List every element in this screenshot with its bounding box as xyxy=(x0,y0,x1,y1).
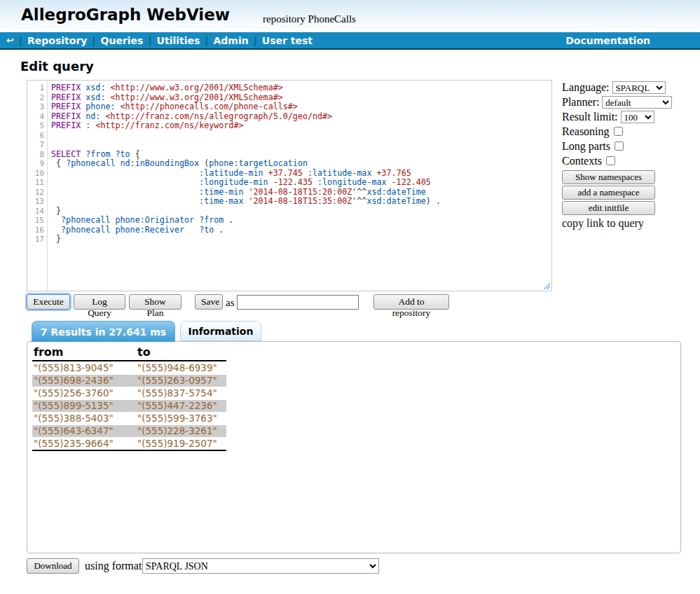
contexts-label: Contexts xyxy=(562,155,602,167)
table-row: "(555)813-9045""(555)948-6939" xyxy=(32,362,226,374)
editor-line-numbers: 1234567891011121314151617 xyxy=(27,81,48,291)
code-line: ?phonecall phone:Originator ?from . xyxy=(51,216,551,226)
result-limit-label: Result limit: xyxy=(562,111,618,123)
page-title: Edit query xyxy=(20,59,94,74)
reasoning-label: Reasoning xyxy=(562,125,610,138)
line-number: 8 xyxy=(27,150,44,160)
nav-separator: | xyxy=(148,35,151,46)
nav-item-repository[interactable]: Repository xyxy=(27,35,87,46)
code-line: } xyxy=(51,207,551,216)
line-number: 14 xyxy=(27,207,44,216)
code-line: PREFIX : <http://franz.com/ns/keyword#> xyxy=(51,121,551,131)
nav-item-queries[interactable]: Queries xyxy=(101,35,144,46)
checkbox-row: Reasoning xyxy=(562,124,696,139)
code-line: { ?phonecall nd:inBoundingBox (phone:tar… xyxy=(51,159,551,169)
editor-code[interactable]: PREFIX xsd: <http://www.w3.org/2001/XMLS… xyxy=(48,81,551,291)
show-namespaces-button[interactable]: Show namespaces xyxy=(562,170,655,184)
table-cell: "(555)228-3261" xyxy=(136,425,226,437)
tab-results[interactable]: 7 Results in 27.641 ms xyxy=(32,321,175,342)
download-format-select[interactable]: SPARQL JSON xyxy=(142,558,379,574)
checkbox-row: Long parts xyxy=(562,139,696,153)
code-line: PREFIX xsd: <http://www.w3.org/2001/XMLS… xyxy=(51,83,551,93)
long-parts-checkbox[interactable] xyxy=(615,141,624,151)
nav-item-user-test[interactable]: User test xyxy=(262,35,313,46)
code-line: :latitude-min +37.745 :latitude-max +37.… xyxy=(51,169,551,179)
add-a-namespace-button[interactable]: add a namespace xyxy=(562,186,655,200)
line-number: 16 xyxy=(27,226,44,235)
language-select[interactable]: SPARQL xyxy=(612,81,666,94)
edit-initfile-button[interactable]: edit initfile xyxy=(562,201,655,215)
nav-items: |Repository|Queries|Utilities|Admin|User… xyxy=(14,35,313,46)
save-button[interactable]: Save xyxy=(195,294,223,310)
line-number: 12 xyxy=(27,188,44,198)
planner-label: Planner: xyxy=(562,96,599,109)
options-buttons: Show namespacesadd a namespaceedit initf… xyxy=(562,170,696,215)
query-editor[interactable]: 1234567891011121314151617 PREFIX xsd: <h… xyxy=(27,80,552,291)
table-cell: "(555)919-2507" xyxy=(136,438,226,451)
result-limit-select[interactable]: 100 xyxy=(621,111,654,123)
results-body: "(555)813-9045""(555)948-6939""(555)698-… xyxy=(32,362,226,451)
line-number: 11 xyxy=(27,178,44,188)
column-header-to: to xyxy=(136,345,226,361)
contexts-checkbox[interactable] xyxy=(606,156,615,165)
line-number: 17 xyxy=(27,235,44,244)
table-cell: "(555)263-0957" xyxy=(136,375,226,387)
line-number: 4 xyxy=(27,112,44,122)
nav-separator: | xyxy=(92,35,95,46)
results-table: fromto "(555)813-9045""(555)948-6939""(5… xyxy=(32,345,226,452)
nav-item-admin[interactable]: Admin xyxy=(213,35,248,46)
table-row: "(555)698-2436""(555)263-0957" xyxy=(32,375,226,387)
line-number: 9 xyxy=(27,159,44,169)
copy-link-to-query[interactable]: copy link to query xyxy=(562,217,696,230)
results-panel: fromto "(555)813-9045""(555)948-6939""(5… xyxy=(27,341,681,553)
line-number: 2 xyxy=(27,93,44,103)
column-header-from: from xyxy=(32,345,136,361)
table-cell: "(555)837-5754" xyxy=(136,387,226,399)
back-icon[interactable]: ↩ xyxy=(6,35,14,46)
line-number: 15 xyxy=(27,216,44,226)
table-row: "(555)235-9664""(555)919-2507" xyxy=(32,438,226,451)
table-cell: "(555)599-3763" xyxy=(136,413,226,424)
tab-information[interactable]: Information xyxy=(180,321,261,341)
download-row: Download using format SPARQL JSON xyxy=(0,558,700,576)
code-line: SELECT ?from ?to { xyxy=(51,150,551,160)
code-line: :time-min '2014-08-18T15:20:00Z'^^xsd:da… xyxy=(51,188,551,198)
table-cell: "(555)948-6939" xyxy=(136,362,226,374)
reasoning-checkbox[interactable] xyxy=(614,127,623,136)
code-line xyxy=(51,131,551,141)
language-row: Language: SPARQL xyxy=(562,80,696,95)
line-number: 10 xyxy=(27,169,44,179)
table-cell: "(555)643-6347" xyxy=(32,425,136,437)
code-line: PREFIX xsd: <http://www.w3.org/2001/XMLS… xyxy=(51,93,551,103)
checkbox-row: Contexts xyxy=(562,153,696,168)
planner-select[interactable]: default xyxy=(602,96,672,109)
line-number: 7 xyxy=(27,140,44,150)
code-line xyxy=(51,140,551,150)
nav-separator: | xyxy=(19,35,22,46)
execute-button[interactable]: Execute xyxy=(27,294,70,310)
table-cell: "(555)256-3760" xyxy=(32,387,136,399)
nav-item-documentation[interactable]: Documentation xyxy=(565,35,650,46)
line-number: 3 xyxy=(27,102,44,112)
app-title: AllegroGraph WebView xyxy=(21,6,230,24)
line-number: 13 xyxy=(27,197,44,207)
using-format-label: using format xyxy=(85,560,142,572)
actions-row: Execute Log Query Show Plan Save as Add … xyxy=(0,294,700,311)
show-plan-button[interactable]: Show Plan xyxy=(129,294,181,310)
code-line: ?phonecall phone:Receiver ?to . xyxy=(51,226,551,235)
table-row: "(555)256-3760""(555)837-5754" xyxy=(32,387,226,399)
log-query-button[interactable]: Log Query xyxy=(74,294,125,310)
save-name-input[interactable] xyxy=(237,295,359,310)
nav-item-utilities[interactable]: Utilities xyxy=(157,35,200,46)
header: AllegroGraph WebView repository PhoneCal… xyxy=(0,0,700,32)
nav-bar: ↩ |Repository|Queries|Utilities|Admin|Us… xyxy=(0,32,700,50)
code-line: :time-max '2014-08-18T15:35:00Z'^^xsd:da… xyxy=(51,197,551,207)
download-button[interactable]: Download xyxy=(27,558,79,574)
results-header-row: fromto xyxy=(32,345,226,361)
page: AllegroGraph WebView repository PhoneCal… xyxy=(0,0,700,594)
table-cell: "(555)447-2236" xyxy=(136,400,226,412)
add-to-repository-button[interactable]: Add to repository xyxy=(373,294,449,310)
table-row: "(555)899-5135""(555)447-2236" xyxy=(32,400,226,412)
repository-label: repository PhoneCalls xyxy=(263,13,356,25)
table-row: "(555)643-6347""(555)228-3261" xyxy=(32,425,226,437)
